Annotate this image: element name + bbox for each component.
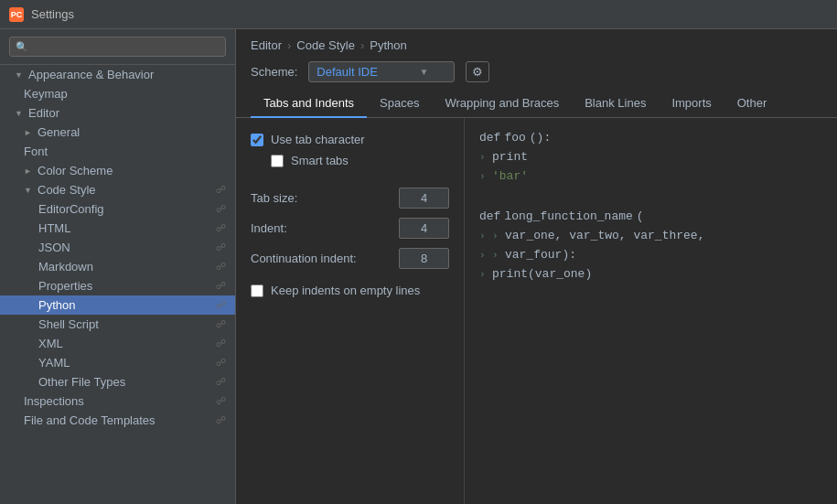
indent-row: Indent: xyxy=(251,218,449,239)
code-line-5: › › var_one, var_two, var_three, xyxy=(479,227,822,246)
sidebar-item-markdown[interactable]: Markdown ☍ xyxy=(0,257,235,276)
settings-icon: ☍ xyxy=(216,376,226,388)
tab-imports[interactable]: Imports xyxy=(659,90,724,118)
scheme-gear-button[interactable]: ⚙ xyxy=(466,61,489,82)
scheme-dropdown[interactable]: Default IDE ▼ xyxy=(308,61,455,82)
code-keyword: def xyxy=(479,208,500,227)
sidebar-item-label: Python xyxy=(38,298,75,312)
tab-content: Use tab character Smart tabs Tab size: I… xyxy=(236,118,837,504)
code-line-1: def foo(): xyxy=(479,129,822,148)
sidebar-item-label: File and Code Templates xyxy=(24,413,156,427)
settings-icon: ☍ xyxy=(216,318,226,330)
code-text: print(var_one) xyxy=(492,265,592,284)
smart-tabs-checkbox[interactable] xyxy=(271,155,284,167)
search-input[interactable] xyxy=(9,37,226,57)
sidebar-item-label: JSON xyxy=(38,241,70,254)
code-string: 'bar' xyxy=(492,167,528,187)
keep-indents-row: Keep indents on empty lines xyxy=(251,284,449,297)
settings-icon: ☍ xyxy=(216,357,226,369)
indent-arrow: › xyxy=(479,169,488,186)
search-wrap: 🔍 xyxy=(9,37,226,57)
sidebar-item-keymap[interactable]: Keymap xyxy=(0,84,235,103)
smart-tabs-label[interactable]: Smart tabs xyxy=(291,154,349,167)
tab-other[interactable]: Other xyxy=(724,90,780,118)
tab-wrapping[interactable]: Wrapping and Braces xyxy=(432,90,572,118)
expand-arrow-appearance: ▼ xyxy=(15,70,24,80)
sidebar-item-editor[interactable]: ▼ Editor xyxy=(0,103,235,123)
sidebar-item-label: EditorConfig xyxy=(38,202,104,216)
continuation-indent-input[interactable] xyxy=(399,248,449,269)
breadcrumb-sep-1: › xyxy=(287,38,291,52)
code-text: var_four): xyxy=(505,246,576,265)
expand-arrow-general: ► xyxy=(24,128,33,137)
sidebar-item-label: General xyxy=(38,125,80,139)
sidebar-item-label: Editor xyxy=(28,106,59,120)
keep-indents-checkbox[interactable] xyxy=(251,284,263,297)
sidebar-item-fileandcode[interactable]: File and Code Templates ☍ xyxy=(0,411,235,430)
tab-size-row: Tab size: xyxy=(251,188,449,209)
code-function: long_function_name xyxy=(504,208,632,227)
use-tab-character-row: Use tab character xyxy=(251,133,449,146)
sidebar-item-label: Font xyxy=(24,145,48,158)
main-layout: 🔍 ▼ Appearance & Behavior Keymap ▼ Edito… xyxy=(0,29,837,504)
window-title: Settings xyxy=(31,7,74,21)
sidebar-item-python[interactable]: Python ☍ xyxy=(0,295,235,315)
settings-icon: ☍ xyxy=(216,222,226,234)
sidebar-item-html[interactable]: HTML ☍ xyxy=(0,219,235,238)
code-line-6: › › var_four): xyxy=(479,246,822,265)
code-text: print xyxy=(492,148,528,167)
indent-arrow: › xyxy=(479,229,488,245)
dropdown-arrow-icon: ▼ xyxy=(419,67,428,77)
sidebar-item-shellscript[interactable]: Shell Script ☍ xyxy=(0,315,235,334)
expand-arrow-colorscheme: ► xyxy=(24,166,33,176)
indent-input[interactable] xyxy=(399,218,449,239)
code-line-7: › print(var_one) xyxy=(479,265,822,284)
code-block-2: def long_function_name( › › var_one, var… xyxy=(479,208,822,284)
code-line-4: def long_function_name( xyxy=(479,208,822,227)
sidebar-item-font[interactable]: Font xyxy=(0,142,235,161)
sidebar-item-editorconfig[interactable]: EditorConfig ☍ xyxy=(0,199,235,219)
settings-panel: Use tab character Smart tabs Tab size: I… xyxy=(236,118,465,504)
sidebar-item-general[interactable]: ► General xyxy=(0,123,235,142)
sidebar-item-properties[interactable]: Properties ☍ xyxy=(0,276,235,295)
use-tab-character-label[interactable]: Use tab character xyxy=(271,133,365,146)
tab-tabs-indents[interactable]: Tabs and Indents xyxy=(251,90,367,118)
search-box: 🔍 xyxy=(0,29,235,65)
indent-label: Indent: xyxy=(251,221,287,235)
sidebar-item-json[interactable]: JSON ☍ xyxy=(0,238,235,257)
tabs-bar: Tabs and Indents Spaces Wrapping and Bra… xyxy=(236,90,837,118)
sidebar-item-label: XML xyxy=(38,337,63,350)
breadcrumb: Editor › Code Style › Python xyxy=(236,29,837,58)
sidebar-item-label: YAML xyxy=(38,356,70,370)
scheme-label: Scheme: xyxy=(251,65,297,79)
indent-arrow: › xyxy=(479,267,488,284)
scheme-row: Scheme: Default IDE ▼ ⚙ xyxy=(236,58,837,90)
indent-arrow-2: › xyxy=(492,248,501,264)
keep-indents-label[interactable]: Keep indents on empty lines xyxy=(271,284,420,297)
sidebar-item-label: Inspections xyxy=(24,394,84,408)
sidebar-item-yaml[interactable]: YAML ☍ xyxy=(0,353,235,372)
sidebar-item-inspections[interactable]: Inspections ☍ xyxy=(0,391,235,411)
code-text: var_one, var_two, var_three, xyxy=(505,227,704,246)
settings-icon: ☍ xyxy=(216,338,226,349)
breadcrumb-codestyle: Code Style xyxy=(296,38,355,52)
title-bar: PC Settings xyxy=(0,0,837,29)
app-icon: PC xyxy=(9,7,24,22)
sidebar-item-colorscheme[interactable]: ► Color Scheme xyxy=(0,161,235,180)
sidebar-item-codestyle[interactable]: ▼ Code Style ☍ xyxy=(0,180,235,199)
sidebar-item-xml[interactable]: XML ☍ xyxy=(0,334,235,353)
tab-blank-lines[interactable]: Blank Lines xyxy=(572,90,659,118)
sidebar-item-appearance[interactable]: ▼ Appearance & Behavior xyxy=(0,65,235,84)
search-icon: 🔍 xyxy=(16,41,28,53)
sidebar-item-label: HTML xyxy=(38,221,70,235)
tab-spaces[interactable]: Spaces xyxy=(367,90,432,118)
sidebar-item-otherfiletypes[interactable]: Other File Types ☍ xyxy=(0,372,235,391)
settings-icon: ☍ xyxy=(216,261,226,273)
use-tab-character-checkbox[interactable] xyxy=(251,134,263,146)
indent-arrow: › xyxy=(479,248,488,264)
expand-arrow-codestyle: ▼ xyxy=(24,186,33,195)
settings-icon: ☍ xyxy=(216,395,226,407)
settings-icon: ☍ xyxy=(216,203,226,215)
continuation-indent-row: Continuation indent: xyxy=(251,248,449,269)
tab-size-input[interactable] xyxy=(399,188,449,209)
